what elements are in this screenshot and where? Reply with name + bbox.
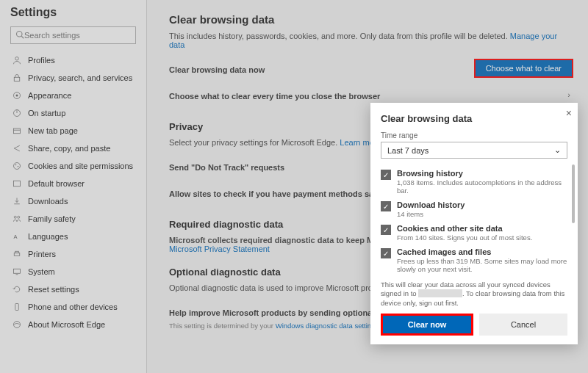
search-input[interactable]	[24, 31, 131, 40]
windows-diag-link[interactable]: Windows diagnostic data setting	[276, 322, 376, 330]
chevron-right-icon[interactable]: ›	[567, 90, 573, 99]
printer-icon	[12, 249, 22, 259]
lock-icon	[12, 73, 22, 83]
checkbox-icon[interactable]	[381, 248, 391, 258]
family-icon	[12, 214, 22, 224]
check-browsing-history[interactable]: Browsing history1,038 items. Includes au…	[381, 166, 567, 198]
nav-about[interactable]: About Microsoft Edge	[10, 316, 136, 333]
clear-now-button[interactable]: Clear now	[381, 314, 473, 336]
close-icon[interactable]: ×	[566, 107, 572, 119]
nav-privacy[interactable]: Privacy, search, and services	[10, 69, 136, 87]
nav-reset[interactable]: Reset settings	[10, 280, 136, 298]
nav-cookies[interactable]: Cookies and site permissions	[10, 157, 136, 175]
search-box[interactable]	[10, 26, 136, 44]
clear-browsing-data-dialog: × Clear browsing data Time range Last 7 …	[370, 103, 578, 344]
privacy-statement-link[interactable]: Microsoft Privacy Statement	[169, 245, 270, 253]
nav-family[interactable]: Family safety	[10, 210, 136, 228]
cancel-button[interactable]: Cancel	[479, 314, 567, 336]
time-range-label: Time range	[381, 131, 567, 140]
choose-what-to-clear-button[interactable]: Choose what to clear	[474, 59, 573, 78]
scrollbar[interactable]	[572, 164, 575, 223]
phone-icon	[12, 302, 22, 312]
settings-title: Settings	[10, 6, 136, 19]
svg-point-11	[15, 164, 17, 166]
nav-system[interactable]: System	[10, 263, 136, 280]
svg-rect-3	[14, 77, 20, 81]
time-range-select[interactable]: Last 7 days ⌄	[381, 142, 567, 159]
dialog-title: Clear browsing data	[381, 113, 567, 124]
nav-default-browser[interactable]: Default browser	[10, 175, 136, 192]
power-icon	[12, 108, 22, 118]
svg-point-10	[14, 163, 21, 170]
nav-printers[interactable]: Printers	[10, 245, 136, 263]
dnt-label: Send "Do Not Track" requests	[169, 163, 284, 172]
system-icon	[12, 267, 22, 277]
svg-text:A: A	[14, 233, 18, 240]
payment-label: Allow sites to check if you have payment…	[169, 189, 387, 198]
nav-languages[interactable]: ALanguages	[10, 228, 136, 245]
reset-icon	[12, 284, 22, 294]
checkbox-icon[interactable]	[381, 201, 391, 211]
svg-point-12	[18, 166, 19, 167]
tab-icon	[12, 126, 22, 136]
clear-on-close-label: Choose what to clear every time you clos…	[169, 92, 380, 101]
sync-note: This will clear your data across all you…	[381, 280, 567, 308]
download-icon	[12, 196, 22, 206]
svg-point-0	[17, 32, 23, 37]
nav-share[interactable]: Share, copy, and paste	[10, 140, 136, 157]
check-download-history[interactable]: Download history14 items	[381, 198, 567, 221]
nav-downloads[interactable]: Downloads	[10, 192, 136, 210]
nav-startup[interactable]: On startup	[10, 104, 136, 122]
svg-point-22	[14, 322, 21, 328]
sign-out-link[interactable]: sign out first	[419, 299, 456, 307]
profile-icon	[12, 55, 22, 65]
nav-appearance[interactable]: Appearance	[10, 87, 136, 104]
check-cache[interactable]: Cached images and filesFrees up less tha…	[381, 245, 567, 276]
svg-point-2	[15, 57, 19, 61]
nav-newtab[interactable]: New tab page	[10, 122, 136, 140]
svg-line-1	[21, 36, 24, 38]
search-icon	[15, 30, 24, 40]
svg-rect-19	[14, 269, 21, 273]
checkbox-icon[interactable]	[381, 170, 391, 180]
svg-point-5	[16, 95, 18, 97]
svg-point-14	[14, 216, 16, 218]
check-cookies[interactable]: Cookies and other site dataFrom 140 site…	[381, 221, 567, 245]
settings-sidebar: Settings Profiles Privacy, search, and s…	[0, 0, 147, 373]
svg-point-15	[18, 216, 20, 218]
nav-phone[interactable]: Phone and other devices	[10, 298, 136, 316]
svg-rect-17	[14, 253, 20, 256]
svg-rect-18	[15, 251, 19, 253]
svg-rect-8	[14, 128, 21, 134]
language-icon: A	[12, 231, 22, 242]
checkbox-icon[interactable]	[381, 225, 391, 235]
clear-now-label: Clear browsing data now	[169, 65, 265, 74]
svg-rect-13	[14, 181, 21, 186]
nav-profiles[interactable]: Profiles	[10, 51, 136, 69]
cookie-icon	[12, 161, 22, 171]
edge-icon	[12, 319, 22, 330]
svg-rect-21	[15, 304, 19, 311]
clear-data-heading: Clear browsing data	[169, 13, 573, 26]
share-icon	[12, 143, 22, 153]
browser-icon	[12, 178, 22, 189]
chevron-down-icon: ⌄	[554, 145, 561, 155]
clear-data-desc: This includes history, passwords, cookie…	[169, 32, 573, 49]
appearance-icon	[12, 90, 22, 101]
